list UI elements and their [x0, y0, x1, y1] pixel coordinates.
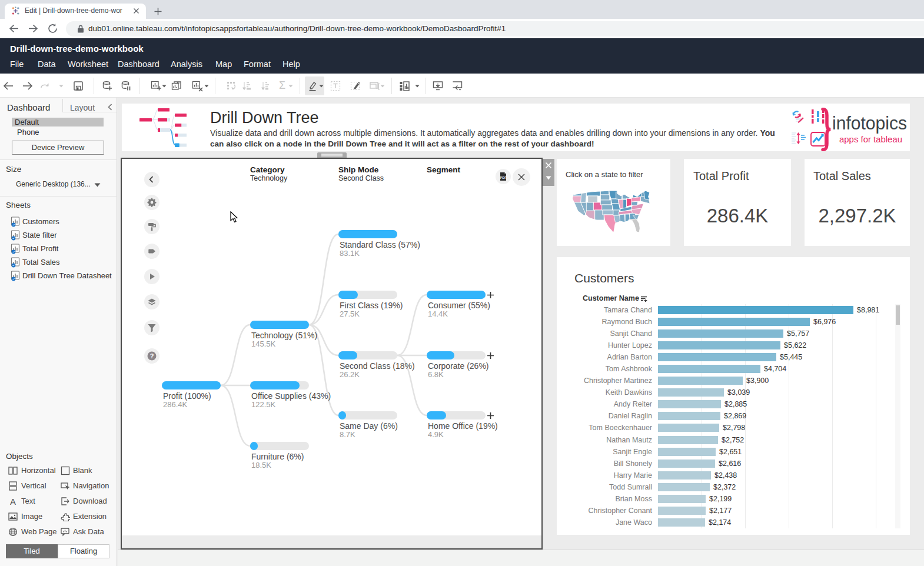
svg-text:apps for tableau: apps for tableau — [839, 134, 902, 144]
svg-text:infotopics: infotopics — [832, 113, 907, 134]
svg-text:A: A — [10, 497, 16, 506]
